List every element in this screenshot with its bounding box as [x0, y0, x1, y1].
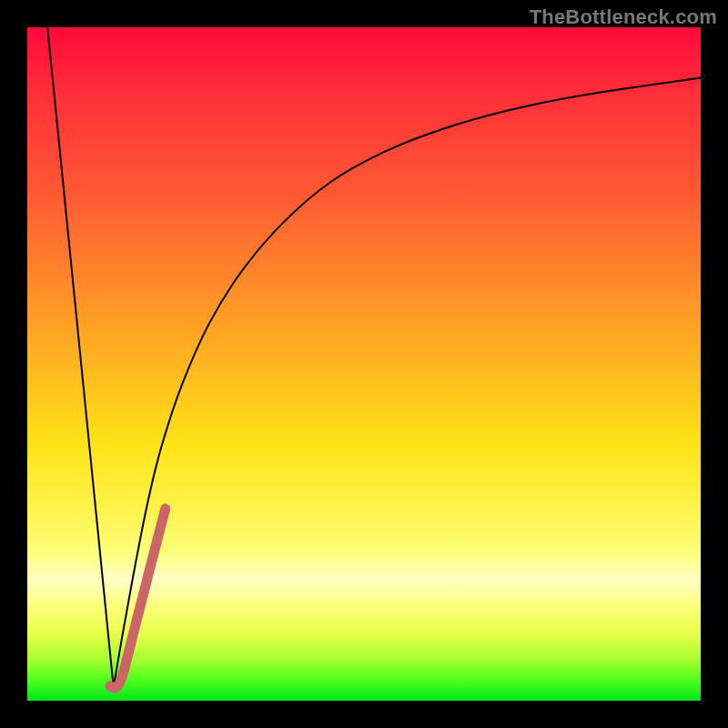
- chart-frame: TheBottleneck.com: [0, 0, 728, 728]
- watermark-text: TheBottleneck.com: [530, 5, 717, 29]
- plot-area: [27, 27, 701, 701]
- curve-log-rise: [114, 78, 701, 688]
- curves-layer: [27, 27, 701, 701]
- curve-descent: [47, 27, 114, 687]
